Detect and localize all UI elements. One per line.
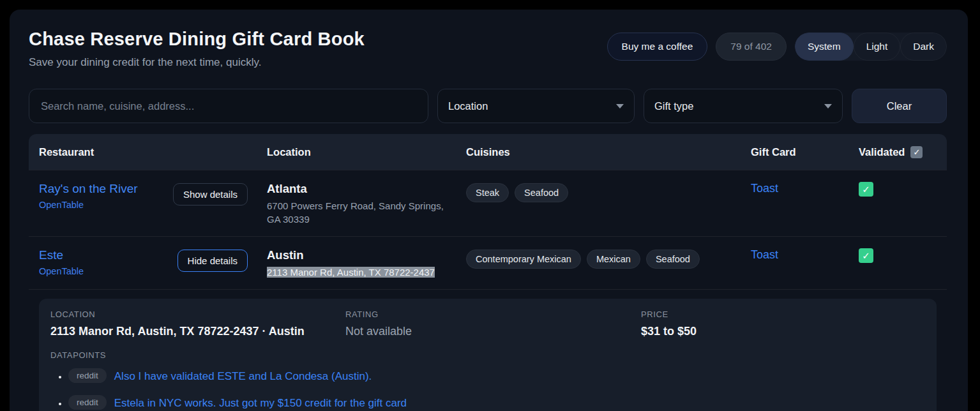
validated-header-label: Validated <box>859 146 905 158</box>
address-label: 2113 Manor Rd, Austin, TX 78722-2437 <box>267 265 446 279</box>
buy-me-a-coffee-button[interactable]: Buy me a coffee <box>607 33 708 61</box>
gift-card-cell: Toast <box>741 170 848 236</box>
cuisine-tag-list: Steak Seafood <box>466 182 732 202</box>
cuisines-cell: Steak Seafood <box>456 170 741 236</box>
location-cell: Atlanta 6700 Powers Ferry Road, Sandy Sp… <box>257 170 456 236</box>
theme-option-dark[interactable]: Dark <box>900 33 947 61</box>
cuisine-tag-list: Contemporary Mexican Mexican Seafood <box>466 248 732 269</box>
gift-type-dropdown[interactable]: Gift type <box>644 89 843 123</box>
restaurants-table: Restaurant Location Cuisines Gift Card V… <box>29 134 947 411</box>
chevron-down-icon <box>616 104 624 108</box>
details-location: LOCATION 2113 Manor Rd, Austin, TX 78722… <box>50 310 345 338</box>
table-header-row: Restaurant Location Cuisines Gift Card V… <box>29 134 947 170</box>
validated-filter-checkbox[interactable] <box>910 146 923 158</box>
gift-card-link[interactable]: Toast <box>751 182 778 195</box>
top-bar: Chase Reserve Dining Gift Card Book Save… <box>29 29 947 69</box>
restaurant-name-link[interactable]: Este <box>39 248 84 263</box>
datapoint-link[interactable]: Also I have validated ESTE and La Condes… <box>114 370 372 382</box>
datapoint-link[interactable]: Estela in NYC works. Just got my $150 cr… <box>114 397 407 409</box>
cuisine-tag: Seafood <box>646 250 700 269</box>
search-input[interactable] <box>29 89 428 123</box>
source-badge[interactable]: reddit <box>68 395 107 410</box>
selected-address-text: 2113 Manor Rd, Austin, TX 78722-2437 <box>267 267 435 278</box>
datapoint-item: redditEstela in NYC works. Just got my $… <box>68 395 925 410</box>
theme-option-system[interactable]: System <box>795 33 854 61</box>
cuisine-tag: Steak <box>466 183 509 202</box>
address-label: 6700 Powers Ferry Road, Sandy Springs, G… <box>267 199 446 226</box>
rating-value: Not available <box>345 325 641 338</box>
table-row: Este OpenTable Hide details Austin 2113 … <box>29 236 947 289</box>
gift-card-cell: Toast <box>741 237 848 289</box>
price-label: PRICE <box>641 310 925 319</box>
validated-check-icon[interactable] <box>859 248 873 263</box>
column-header-cuisines: Cuisines <box>456 146 741 158</box>
theme-toggle: System Light Dark <box>795 33 947 61</box>
city-label: Austin <box>267 248 447 262</box>
column-header-validated: Validated <box>848 146 947 158</box>
location-dropdown-label: Location <box>448 100 488 112</box>
validated-check-icon[interactable] <box>859 182 873 197</box>
clear-filters-button[interactable]: Clear <box>852 89 947 123</box>
location-value: 2113 Manor Rd, Austin, TX 78722-2437 · A… <box>50 325 345 338</box>
restaurant-name-block: Ray's on the River OpenTable <box>39 182 138 210</box>
expanded-details-section: LOCATION 2113 Manor Rd, Austin, TX 78722… <box>29 289 947 411</box>
rating-label: RATING <box>345 310 641 319</box>
validated-cell <box>848 237 947 289</box>
details-rating: RATING Not available <box>345 310 641 338</box>
hide-details-button[interactable]: Hide details <box>177 250 248 272</box>
platform-link[interactable]: OpenTable <box>39 200 138 210</box>
restaurant-cell: Este OpenTable Hide details <box>29 237 257 289</box>
filter-row: Location Gift type Clear <box>29 89 947 123</box>
details-panel: LOCATION 2113 Manor Rd, Austin, TX 78722… <box>39 299 937 411</box>
datapoints-label: DATAPOINTS <box>50 350 925 360</box>
validated-cell <box>848 170 947 236</box>
show-details-button[interactable]: Show details <box>173 183 248 206</box>
cuisine-tag: Contemporary Mexican <box>466 250 581 269</box>
location-cell: Austin 2113 Manor Rd, Austin, TX 78722-2… <box>257 237 456 289</box>
restaurant-name-link[interactable]: Ray's on the River <box>39 182 138 197</box>
cuisines-cell: Contemporary Mexican Mexican Seafood <box>456 237 741 289</box>
location-dropdown[interactable]: Location <box>437 89 635 123</box>
column-header-gift-card: Gift Card <box>741 146 848 158</box>
restaurant-cell: Ray's on the River OpenTable Show detail… <box>29 170 257 236</box>
gift-card-link[interactable]: Toast <box>751 248 778 261</box>
source-badge[interactable]: reddit <box>68 368 107 383</box>
column-header-restaurant: Restaurant <box>29 146 257 158</box>
gift-type-dropdown-label: Gift type <box>654 100 693 112</box>
title-block: Chase Reserve Dining Gift Card Book Save… <box>29 29 365 69</box>
chevron-down-icon <box>824 104 832 108</box>
price-value: $31 to $50 <box>641 325 925 338</box>
platform-link[interactable]: OpenTable <box>39 266 84 276</box>
column-header-location: Location <box>257 146 456 158</box>
page-title: Chase Reserve Dining Gift Card Book <box>29 29 365 50</box>
result-count-badge: 79 of 402 <box>716 33 787 61</box>
details-summary-grid: LOCATION 2113 Manor Rd, Austin, TX 78722… <box>50 310 925 338</box>
cuisine-tag: Mexican <box>587 250 640 269</box>
page-subtitle: Save your dining credit for the next tim… <box>29 56 365 69</box>
cuisine-tag: Seafood <box>515 183 568 202</box>
datapoints-list: redditAlso I have validated ESTE and La … <box>50 368 925 410</box>
table-row: Ray's on the River OpenTable Show detail… <box>29 170 947 236</box>
city-label: Atlanta <box>267 182 447 196</box>
top-controls: Buy me a coffee 79 of 402 System Light D… <box>607 33 947 61</box>
datapoint-item: redditAlso I have validated ESTE and La … <box>68 368 925 383</box>
details-price: PRICE $31 to $50 <box>641 310 925 338</box>
main-card: Chase Reserve Dining Gift Card Book Save… <box>10 10 968 411</box>
location-label: LOCATION <box>50 310 345 319</box>
restaurant-name-block: Este OpenTable <box>39 248 84 276</box>
theme-option-light[interactable]: Light <box>854 33 901 61</box>
